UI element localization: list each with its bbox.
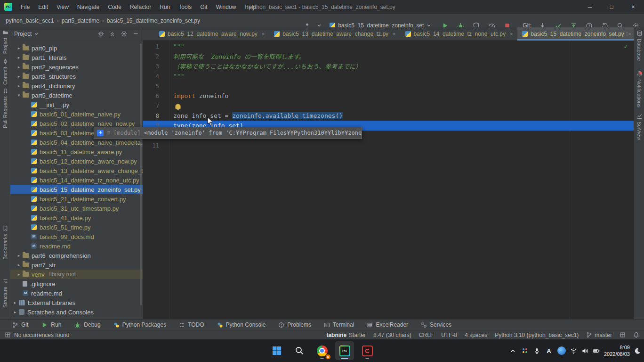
line-ending-widget[interactable]: CRLF bbox=[419, 332, 434, 338]
encoding-widget[interactable]: UTF-8 bbox=[441, 332, 457, 338]
add-to-watches-icon[interactable]: + bbox=[97, 130, 104, 136]
close-tab-icon[interactable]: × bbox=[262, 31, 265, 37]
menu-run[interactable]: Run bbox=[155, 0, 174, 14]
tooltip-menu-icon[interactable]: ≡ bbox=[107, 130, 110, 136]
focus-assist-moon-icon[interactable] bbox=[634, 347, 641, 354]
ime-indicator[interactable]: A bbox=[545, 347, 553, 354]
tree-item-venv[interactable]: ▸venvlibrary root bbox=[10, 270, 143, 279]
tool-stripe-button-structure[interactable]: Structure bbox=[0, 278, 10, 308]
start-button[interactable] bbox=[267, 341, 286, 360]
code-line-8[interactable]: 8zone_info_set = zoneinfo.available_time… bbox=[143, 111, 634, 121]
tree-item-basic5-41-date-py[interactable]: basic5_41_date.py bbox=[10, 213, 143, 222]
tree-item-part7-str[interactable]: ▸part7_str bbox=[10, 260, 143, 270]
tree-item-basic5-11-datetime-aware-py[interactable]: basic5_11_datetime_aware.py bbox=[10, 147, 143, 156]
tool-stripe-button-commit[interactable]: Commit bbox=[0, 58, 10, 85]
close-tab-icon[interactable]: × bbox=[510, 31, 513, 37]
tree-item--init-py[interactable]: __init__.py bbox=[10, 100, 143, 109]
editor-tab-basic5-12-datetime-aware-now-py[interactable]: basic5_12_datetime_aware_now.py× bbox=[154, 27, 269, 41]
tree-item-part0-pip[interactable]: ▸part0_pip bbox=[10, 43, 143, 53]
menu-view[interactable]: View bbox=[52, 0, 73, 14]
taskbar-pycharm-button[interactable]: PC bbox=[335, 341, 354, 360]
maximize-button[interactable]: □ bbox=[601, 0, 622, 14]
tab-list-dropdown-icon[interactable] bbox=[612, 32, 617, 36]
tree-collapsed-arrow[interactable]: ▸ bbox=[15, 83, 23, 88]
close-tab-icon[interactable]: × bbox=[393, 31, 395, 37]
notifications-bell-icon[interactable] bbox=[633, 332, 639, 338]
tool-window-button-todo[interactable]: TODO bbox=[179, 321, 204, 328]
breadcrumb-item[interactable]: python_basic_sec1 bbox=[5, 17, 55, 24]
tree-item-readme-md[interactable]: Mreadme.md bbox=[10, 241, 143, 251]
tree-item-part3-structures[interactable]: ▸part3_structures bbox=[10, 72, 143, 81]
tool-window-button-excelreader[interactable]: ExcelReader bbox=[367, 321, 408, 328]
tree-item-part4-dictionary[interactable]: ▸part4_dictionary bbox=[10, 81, 143, 90]
menu-window[interactable]: Window bbox=[212, 0, 241, 14]
interpreter-widget[interactable]: Python 3.10 (python_basic_sec1) bbox=[495, 332, 579, 338]
project-scrollbar[interactable] bbox=[140, 43, 142, 305]
menu-refactor[interactable]: Refactor bbox=[126, 0, 155, 14]
hide-panel-icon[interactable] bbox=[133, 31, 139, 37]
battery-icon[interactable] bbox=[593, 347, 600, 354]
tree-item-basic5-04-datetime-naive-timedelta-py[interactable]: basic5_04_datetime_naive_timedelta.py bbox=[10, 138, 143, 147]
tree-expanded-arrow[interactable]: ▾ bbox=[15, 93, 23, 98]
taskbar-clibor-button[interactable]: C bbox=[358, 341, 377, 360]
tool-window-button-services[interactable]: Services bbox=[421, 321, 451, 328]
breadcrumb-item[interactable]: part5_datetime bbox=[61, 17, 100, 24]
minimize-button[interactable]: ─ bbox=[579, 0, 601, 14]
tree-item-part1-literals[interactable]: ▸part1_literals bbox=[10, 53, 143, 62]
tree-item-basic5-15-datetime-zoneinfo-set-py[interactable]: basic5_15_datetime_zoneinfo_set.py bbox=[10, 185, 143, 194]
clock[interactable]: 8:09 2022/08/03 bbox=[604, 344, 630, 358]
tray-blue-app-icon[interactable] bbox=[557, 346, 566, 355]
editor-tab-basic5-13-datetime-aware-change-tz-py[interactable]: basic5_13_datetime_aware_change_tz.py× bbox=[269, 27, 400, 41]
tree-item-part5-datetime[interactable]: ▾part5_datetime bbox=[10, 90, 143, 100]
tabnine-widget[interactable]: tabnine Starter bbox=[326, 332, 366, 338]
tree-collapsed-arrow[interactable]: ▸ bbox=[15, 46, 23, 50]
tool-window-button-problems[interactable]: Problems bbox=[278, 321, 311, 328]
microphone-icon[interactable] bbox=[533, 347, 540, 354]
tree-item-basic5-12-datetime-aware-now-py[interactable]: basic5_12_datetime_aware_now.py bbox=[10, 156, 143, 166]
caret-position-widget[interactable]: 8:47 (30 chars) bbox=[373, 332, 411, 338]
layout-icon[interactable] bbox=[620, 332, 626, 338]
code-line-3[interactable]: 3（実務で使うことはなかなかないですが...いちおう、参考までに） bbox=[143, 61, 634, 71]
code-line-5[interactable]: 5 bbox=[143, 81, 634, 91]
volume-icon[interactable] bbox=[581, 347, 588, 354]
tray-app-icon[interactable] bbox=[521, 346, 529, 355]
tool-stripe-button-notifications[interactable]: Notifications bbox=[634, 71, 644, 107]
tool-window-button-python-packages[interactable]: Python Packages bbox=[113, 321, 166, 328]
code-line-1[interactable]: 1""" bbox=[143, 41, 634, 51]
select-opened-file-icon[interactable] bbox=[98, 31, 104, 37]
tree-item-basic5-51-time-py[interactable]: basic5_51_time.py bbox=[10, 222, 143, 232]
tool-window-button-git[interactable]: Git bbox=[12, 321, 28, 328]
tool-window-button-run[interactable]: Run bbox=[41, 321, 61, 329]
tool-window-button-terminal[interactable]: Terminal bbox=[324, 321, 354, 328]
tree-item-basic5-99-docs-md[interactable]: Mbasic5_99_docs.md bbox=[10, 232, 143, 241]
intention-bulb-icon[interactable] bbox=[175, 104, 181, 109]
tree-collapsed-arrow[interactable]: ▸ bbox=[15, 65, 23, 69]
more-options-icon[interactable]: ⋮ bbox=[624, 31, 630, 37]
tool-window-button-python-console[interactable]: Python Console bbox=[217, 321, 266, 328]
close-button[interactable]: × bbox=[622, 0, 644, 14]
tree-collapsed-arrow[interactable]: ▸ bbox=[11, 310, 19, 314]
tree-item-part6-comprehension[interactable]: ▸part6_comprehension bbox=[10, 251, 143, 260]
tool-stripe-button-bookmarks[interactable]: Bookmarks bbox=[0, 225, 10, 260]
indent-widget[interactable]: 4 spaces bbox=[465, 332, 487, 338]
tool-stripe-button-sciview[interactable]: SciView bbox=[634, 113, 644, 140]
tool-stripe-button-pull-requests[interactable]: Pull Requests bbox=[0, 88, 10, 128]
editor-tab-basic5-14-datetime-tz-none-utc-py[interactable]: basic5_14_datetime_tz_none_utc.py× bbox=[401, 27, 518, 41]
tree-item-basic5-13-datetime-aware-change-tz-py[interactable]: basic5_13_datetime_aware_change_tz.py bbox=[10, 166, 143, 175]
inspections-ok-icon[interactable]: ✓ bbox=[624, 42, 628, 50]
tree-collapsed-arrow[interactable]: ▸ bbox=[15, 272, 23, 277]
tool-window-button-debug[interactable]: Debug bbox=[74, 321, 100, 329]
tree-item--gitignore[interactable]: .gitignore bbox=[10, 279, 143, 288]
tree-item-basic5-01-datetime-naive-py[interactable]: basic5_01_datetime_naive.py bbox=[10, 109, 143, 119]
code-line-7[interactable]: 7 bbox=[143, 101, 634, 111]
menu-tools[interactable]: Tools bbox=[174, 0, 196, 14]
tool-stripe-button-project[interactable]: Project bbox=[0, 29, 10, 54]
tray-overflow-icon[interactable] bbox=[509, 347, 516, 354]
menu-git[interactable]: Git bbox=[196, 0, 211, 14]
tree-collapsed-arrow[interactable]: ▸ bbox=[15, 55, 23, 60]
collapse-all-icon[interactable] bbox=[109, 31, 115, 37]
wifi-icon[interactable] bbox=[570, 347, 577, 354]
chevron-down-icon[interactable] bbox=[34, 32, 39, 36]
tool-stripe-button-database[interactable]: Database bbox=[634, 30, 644, 61]
tree-item-part2-sequences[interactable]: ▸part2_sequences bbox=[10, 62, 143, 72]
